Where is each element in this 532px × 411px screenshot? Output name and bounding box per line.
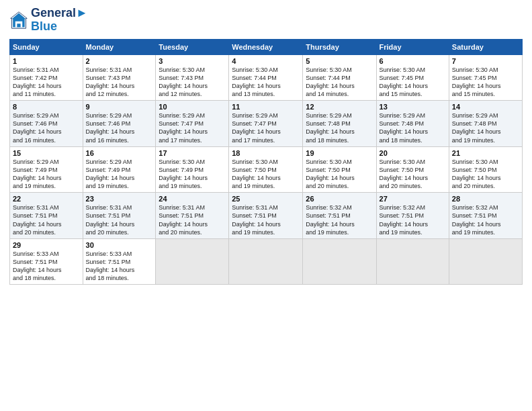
day-number: 26 (306, 195, 373, 203)
day-number: 28 (452, 195, 519, 203)
day-number: 8 (13, 103, 80, 111)
day-number: 1 (13, 57, 80, 65)
calendar-week-1: 1Sunrise: 5:31 AM Sunset: 7:42 PM Daylig… (10, 54, 523, 101)
day-number: 14 (452, 103, 519, 111)
logo: General► Blue (9, 7, 88, 34)
day-number: 16 (86, 149, 153, 157)
day-info: Sunrise: 5:31 AM Sunset: 7:51 PM Dayligh… (13, 203, 80, 236)
day-number: 29 (13, 241, 80, 249)
page: General► Blue SundayMondayTuesdayWednesd… (0, 0, 532, 411)
calendar-cell: 16Sunrise: 5:29 AM Sunset: 7:49 PM Dayli… (83, 146, 156, 193)
day-info: Sunrise: 5:31 AM Sunset: 7:43 PM Dayligh… (86, 66, 153, 99)
calendar-cell: 30Sunrise: 5:33 AM Sunset: 7:51 PM Dayli… (83, 238, 156, 285)
day-info: Sunrise: 5:30 AM Sunset: 7:49 PM Dayligh… (159, 158, 226, 191)
calendar-week-2: 8Sunrise: 5:29 AM Sunset: 7:46 PM Daylig… (10, 101, 523, 147)
day-info: Sunrise: 5:29 AM Sunset: 7:46 PM Dayligh… (13, 111, 80, 144)
logo-blue: Blue (31, 20, 88, 34)
day-info: Sunrise: 5:31 AM Sunset: 7:51 PM Dayligh… (159, 203, 226, 236)
day-number: 7 (452, 57, 519, 65)
day-number: 19 (306, 149, 373, 157)
calendar-cell: 23Sunrise: 5:31 AM Sunset: 7:51 PM Dayli… (83, 193, 156, 239)
calendar-cell: 8Sunrise: 5:29 AM Sunset: 7:46 PM Daylig… (10, 101, 83, 147)
weekday-header-monday: Monday (83, 39, 156, 54)
day-number: 2 (86, 57, 153, 65)
calendar-cell: 6Sunrise: 5:30 AM Sunset: 7:45 PM Daylig… (376, 54, 449, 101)
calendar-week-5: 29Sunrise: 5:33 AM Sunset: 7:51 PM Dayli… (10, 238, 523, 285)
weekday-header-friday: Friday (376, 39, 449, 54)
calendar-cell: 29Sunrise: 5:33 AM Sunset: 7:51 PM Dayli… (10, 238, 83, 285)
day-info: Sunrise: 5:29 AM Sunset: 7:48 PM Dayligh… (380, 111, 446, 144)
day-info: Sunrise: 5:30 AM Sunset: 7:45 PM Dayligh… (380, 66, 446, 99)
weekday-header-sunday: Sunday (10, 39, 83, 54)
day-info: Sunrise: 5:31 AM Sunset: 7:51 PM Dayligh… (86, 203, 153, 236)
day-number: 22 (13, 195, 80, 203)
day-number: 25 (232, 195, 300, 203)
day-info: Sunrise: 5:31 AM Sunset: 7:51 PM Dayligh… (232, 203, 300, 236)
calendar-cell: 7Sunrise: 5:30 AM Sunset: 7:45 PM Daylig… (449, 54, 522, 101)
weekday-header-row: SundayMondayTuesdayWednesdayThursdayFrid… (10, 39, 523, 54)
calendar-cell: 26Sunrise: 5:32 AM Sunset: 7:51 PM Dayli… (303, 193, 376, 239)
calendar-cell: 3Sunrise: 5:30 AM Sunset: 7:43 PM Daylig… (156, 54, 229, 101)
day-info: Sunrise: 5:32 AM Sunset: 7:51 PM Dayligh… (380, 203, 446, 236)
calendar-cell: 5Sunrise: 5:30 AM Sunset: 7:44 PM Daylig… (303, 54, 376, 101)
day-number: 6 (380, 57, 446, 65)
day-info: Sunrise: 5:29 AM Sunset: 7:47 PM Dayligh… (232, 111, 300, 144)
day-info: Sunrise: 5:29 AM Sunset: 7:47 PM Dayligh… (159, 111, 226, 144)
day-info: Sunrise: 5:32 AM Sunset: 7:51 PM Dayligh… (306, 203, 373, 236)
day-number: 9 (86, 103, 153, 111)
day-info: Sunrise: 5:30 AM Sunset: 7:43 PM Dayligh… (159, 66, 226, 99)
day-number: 17 (159, 149, 226, 157)
weekday-header-tuesday: Tuesday (156, 39, 229, 54)
calendar-cell (156, 238, 229, 285)
day-number: 23 (86, 195, 153, 203)
calendar-week-3: 15Sunrise: 5:29 AM Sunset: 7:49 PM Dayli… (10, 146, 523, 193)
day-info: Sunrise: 5:30 AM Sunset: 7:50 PM Dayligh… (452, 158, 519, 191)
day-info: Sunrise: 5:33 AM Sunset: 7:51 PM Dayligh… (86, 250, 153, 283)
calendar-cell: 11Sunrise: 5:29 AM Sunset: 7:47 PM Dayli… (229, 101, 303, 147)
calendar-cell (303, 238, 376, 285)
calendar-cell: 20Sunrise: 5:30 AM Sunset: 7:50 PM Dayli… (376, 146, 449, 193)
calendar-cell: 24Sunrise: 5:31 AM Sunset: 7:51 PM Dayli… (156, 193, 229, 239)
day-number: 15 (13, 149, 80, 157)
logo-icon (9, 11, 28, 30)
day-info: Sunrise: 5:30 AM Sunset: 7:50 PM Dayligh… (232, 158, 300, 191)
day-number: 27 (380, 195, 446, 203)
calendar-cell: 22Sunrise: 5:31 AM Sunset: 7:51 PM Dayli… (10, 193, 83, 239)
day-info: Sunrise: 5:31 AM Sunset: 7:42 PM Dayligh… (13, 66, 80, 99)
calendar-cell: 27Sunrise: 5:32 AM Sunset: 7:51 PM Dayli… (376, 193, 449, 239)
day-info: Sunrise: 5:30 AM Sunset: 7:45 PM Dayligh… (452, 66, 519, 99)
day-number: 5 (306, 57, 373, 65)
day-number: 21 (452, 149, 519, 157)
calendar-cell: 14Sunrise: 5:29 AM Sunset: 7:48 PM Dayli… (449, 101, 522, 147)
weekday-header-saturday: Saturday (449, 39, 522, 54)
day-info: Sunrise: 5:30 AM Sunset: 7:44 PM Dayligh… (306, 66, 373, 99)
day-info: Sunrise: 5:29 AM Sunset: 7:48 PM Dayligh… (452, 111, 519, 144)
day-info: Sunrise: 5:29 AM Sunset: 7:49 PM Dayligh… (13, 158, 80, 191)
day-number: 18 (232, 149, 300, 157)
calendar-cell: 28Sunrise: 5:32 AM Sunset: 7:51 PM Dayli… (449, 193, 522, 239)
calendar-cell: 1Sunrise: 5:31 AM Sunset: 7:42 PM Daylig… (10, 54, 83, 101)
calendar-cell: 2Sunrise: 5:31 AM Sunset: 7:43 PM Daylig… (83, 54, 156, 101)
day-info: Sunrise: 5:30 AM Sunset: 7:50 PM Dayligh… (380, 158, 446, 191)
calendar-cell: 9Sunrise: 5:29 AM Sunset: 7:46 PM Daylig… (83, 101, 156, 147)
day-info: Sunrise: 5:32 AM Sunset: 7:51 PM Dayligh… (452, 203, 519, 236)
calendar-cell (449, 238, 522, 285)
day-number: 30 (86, 241, 153, 249)
calendar-cell (229, 238, 303, 285)
logo-general: General► (31, 7, 88, 20)
day-number: 12 (306, 103, 373, 111)
weekday-header-thursday: Thursday (303, 39, 376, 54)
calendar-week-4: 22Sunrise: 5:31 AM Sunset: 7:51 PM Dayli… (10, 193, 523, 239)
day-info: Sunrise: 5:29 AM Sunset: 7:48 PM Dayligh… (306, 111, 373, 144)
svg-rect-3 (17, 24, 20, 27)
day-number: 3 (159, 57, 226, 65)
calendar-cell: 12Sunrise: 5:29 AM Sunset: 7:48 PM Dayli… (303, 101, 376, 147)
calendar-table: SundayMondayTuesdayWednesdayThursdayFrid… (9, 39, 523, 285)
calendar-cell: 19Sunrise: 5:30 AM Sunset: 7:50 PM Dayli… (303, 146, 376, 193)
weekday-header-wednesday: Wednesday (229, 39, 303, 54)
day-number: 11 (232, 103, 300, 111)
calendar-cell: 17Sunrise: 5:30 AM Sunset: 7:49 PM Dayli… (156, 146, 229, 193)
day-info: Sunrise: 5:30 AM Sunset: 7:44 PM Dayligh… (232, 66, 300, 99)
day-info: Sunrise: 5:30 AM Sunset: 7:50 PM Dayligh… (306, 158, 373, 191)
day-info: Sunrise: 5:33 AM Sunset: 7:51 PM Dayligh… (13, 250, 80, 283)
